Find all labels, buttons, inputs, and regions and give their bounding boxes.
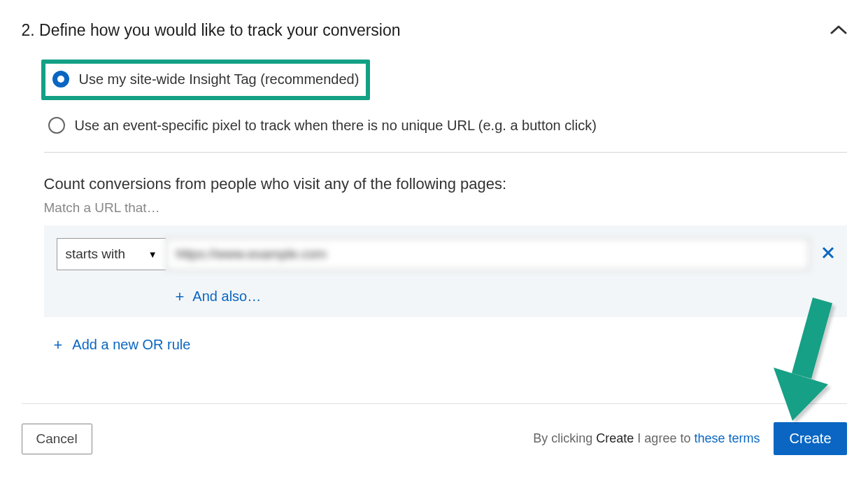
radio-event-pixel[interactable] — [48, 117, 65, 134]
section-header: 2. Define how you would like to track yo… — [22, 21, 847, 40]
terms-link[interactable]: these terms — [694, 431, 760, 445]
footer: Cancel By clicking Create I agree to the… — [22, 422, 847, 455]
add-or-rule-button[interactable]: + Add a new OR rule — [54, 337, 191, 353]
close-icon — [822, 246, 834, 259]
radio-label-insight-tag: Use my site-wide Insight Tag (recommende… — [79, 71, 360, 88]
url-rule-row: starts with ▼ — [57, 238, 834, 270]
section-title: 2. Define how you would like to track yo… — [22, 21, 401, 40]
plus-icon: + — [54, 337, 63, 353]
count-subheading: Match a URL that… — [44, 200, 847, 216]
match-condition-select[interactable]: starts with ▼ — [57, 238, 166, 270]
chevron-up-icon — [830, 25, 847, 34]
tracking-method-radio-group: Use my site-wide Insight Tag (recommende… — [22, 60, 847, 134]
add-or-label: Add a new OR rule — [72, 337, 190, 353]
cancel-button[interactable]: Cancel — [22, 424, 92, 454]
caret-down-icon: ▼ — [148, 249, 157, 260]
url-input[interactable] — [166, 238, 809, 270]
footer-divider — [22, 403, 847, 404]
collapse-toggle[interactable] — [830, 25, 847, 37]
count-heading: Count conversions from people who visit … — [44, 175, 847, 193]
count-section: Count conversions from people who visit … — [22, 175, 847, 353]
terms-text: By clicking Create I agree to these term… — [533, 431, 760, 446]
plus-icon: + — [176, 289, 185, 305]
radio-insight-tag[interactable] — [52, 71, 69, 88]
divider — [44, 152, 847, 153]
and-also-label: And also… — [192, 288, 261, 305]
select-value: starts with — [66, 246, 126, 262]
footer-right: By clicking Create I agree to these term… — [533, 422, 846, 455]
radio-row-event-pixel[interactable]: Use an event-specific pixel to track whe… — [41, 109, 847, 134]
remove-rule-button[interactable] — [822, 246, 834, 262]
create-button[interactable]: Create — [774, 422, 846, 455]
radio-label-event-pixel: Use an event-specific pixel to track whe… — [75, 118, 597, 134]
url-rule-box: starts with ▼ + And also… — [44, 225, 847, 317]
highlighted-option: Use my site-wide Insight Tag (recommende… — [41, 60, 371, 100]
svg-marker-3 — [774, 368, 828, 421]
add-and-condition-button[interactable]: + And also… — [176, 288, 834, 305]
